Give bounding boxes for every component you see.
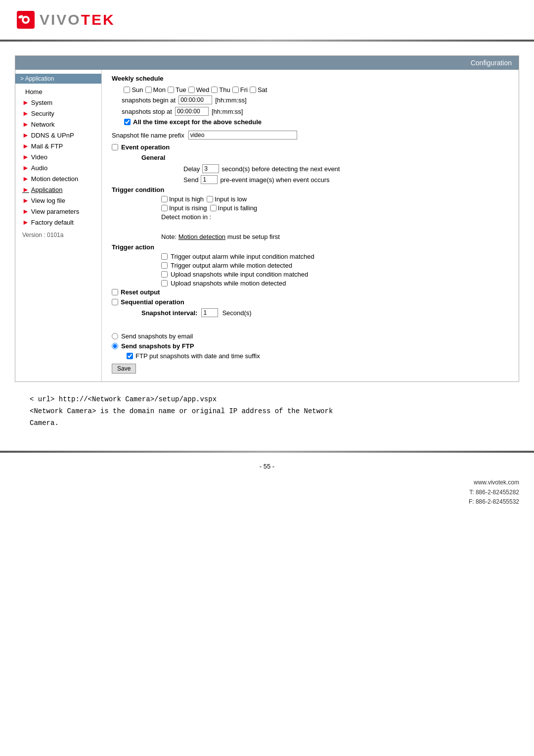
snapshots-stop-input[interactable]: [175, 107, 209, 116]
save-button[interactable]: Save: [112, 364, 136, 374]
snapshots-stop-format: [hh:mm:ss]: [212, 108, 243, 115]
send-email-radio[interactable]: [112, 333, 118, 339]
day-sat-label[interactable]: Sat: [250, 86, 267, 94]
input-falling-label[interactable]: Input is falling: [210, 204, 258, 212]
sidebar-label-motion: Motion detection: [31, 175, 78, 183]
sidebar-item-system[interactable]: ► System: [15, 97, 101, 108]
ftp-date-label: FTP put snapshots with date and time suf…: [135, 352, 260, 360]
day-sun-label[interactable]: Sun: [124, 86, 143, 94]
sidebar-version: Version : 0101a: [15, 228, 101, 242]
input-low-checkbox[interactable]: [207, 196, 213, 202]
reset-output-checkbox[interactable]: [112, 289, 118, 295]
sidebar-item-viewlog[interactable]: ► View log file: [15, 195, 101, 206]
upload-snap-input-checkbox[interactable]: [161, 271, 168, 278]
snapshot-prefix-input[interactable]: [188, 131, 297, 140]
bullet-audio: ►: [22, 164, 29, 172]
sidebar-item-video[interactable]: ► Video: [15, 151, 101, 162]
upload-snap-motion-text: Upload snapshots while motion detected: [171, 280, 286, 287]
input-high-label[interactable]: Input is high: [161, 195, 204, 203]
note-row: Note: Motion detection must be setup fir…: [161, 233, 509, 240]
day-tue-label[interactable]: Tue: [168, 86, 186, 94]
day-sat-checkbox[interactable]: [250, 87, 256, 93]
input-rising-label[interactable]: Input is rising: [161, 204, 207, 212]
sidebar-item-ddns[interactable]: ► DDNS & UPnP: [15, 130, 101, 141]
config-panel: Configuration > Application Home ► Syste…: [15, 55, 519, 382]
upload-snap-motion-checkbox[interactable]: [161, 280, 168, 286]
phone: T: 886-2-82455282: [0, 488, 519, 497]
trigger-action-row-2: Trigger output alarm while motion detect…: [161, 262, 509, 269]
trigger-alarm-input-text: Trigger output alarm while input conditi…: [171, 253, 314, 260]
description-line2: Camera.: [30, 418, 504, 429]
trigger-action-section: Trigger action: [112, 243, 509, 251]
event-op-row: Event operation: [112, 143, 509, 151]
day-thu-checkbox[interactable]: [211, 87, 218, 93]
day-mon-checkbox[interactable]: [145, 87, 152, 93]
header-divider: [0, 40, 534, 42]
snapshot-interval-input[interactable]: [201, 308, 218, 317]
snapshots-begin-input[interactable]: [178, 95, 212, 104]
content-area: Weekly schedule Sun Mon: [102, 70, 519, 381]
trigger-row-2: Input is rising Input is falling: [161, 204, 509, 212]
main-container: Configuration > Application Home ► Syste…: [0, 46, 534, 439]
vivotek-logo-icon: [15, 9, 37, 31]
config-header: Configuration: [15, 56, 519, 70]
trigger-condition-section: Trigger condition: [112, 186, 509, 193]
snapshots-begin-row: snapshots begin at [hh:mm:ss]: [112, 95, 509, 104]
fax: F: 886-2-82455532: [0, 497, 519, 507]
input-low-label[interactable]: Input is low: [207, 195, 247, 203]
send-ftp-radio[interactable]: [112, 343, 118, 349]
snapshot-interval-label: Snapshot interval:: [141, 309, 197, 317]
sidebar: > Application Home ► System ► Security ►…: [15, 70, 102, 381]
input-high-checkbox[interactable]: [161, 196, 168, 202]
sidebar-item-audio[interactable]: ► Audio: [15, 162, 101, 173]
general-label: General: [141, 154, 509, 161]
input-rising-checkbox[interactable]: [161, 205, 168, 211]
motion-detection-link[interactable]: Motion detection: [178, 233, 225, 240]
sidebar-label-video: Video: [31, 153, 47, 161]
logo: VIVOTEK: [15, 9, 519, 31]
trigger-alarm-input-checkbox[interactable]: [161, 253, 168, 260]
trigger-alarm-motion-checkbox[interactable]: [161, 262, 168, 269]
sidebar-label-mail: Mail & FTP: [31, 142, 63, 150]
event-op-label: Event operation: [121, 143, 170, 151]
sidebar-item-security[interactable]: ► Security: [15, 108, 101, 119]
bullet-viewparams: ►: [22, 207, 29, 215]
sidebar-item-application[interactable]: ► Application: [15, 184, 101, 195]
weekly-schedule: Sun Mon Tue Wed: [112, 86, 509, 126]
sequential-op-checkbox[interactable]: [112, 299, 118, 305]
bullet-video: ►: [22, 153, 29, 161]
sidebar-item-motion[interactable]: ► Motion detection: [15, 173, 101, 184]
day-fri-text: Fri: [240, 86, 248, 94]
trigger-row-1: Input is high Input is low: [161, 195, 509, 203]
note-suffix: must be setup first: [227, 233, 280, 240]
day-tue-checkbox[interactable]: [168, 87, 174, 93]
day-mon-label[interactable]: Mon: [145, 86, 166, 94]
day-thu-label[interactable]: Thu: [211, 86, 230, 94]
config-title: Configuration: [471, 59, 512, 67]
sidebar-item-viewparams[interactable]: ► View parameters: [15, 206, 101, 217]
logo-viv: VIVO: [40, 11, 81, 28]
send-row: Send pre-event image(s) when event occur…: [161, 175, 509, 184]
ftp-date-checkbox[interactable]: [127, 353, 133, 359]
sidebar-item-network[interactable]: ► Network: [15, 119, 101, 130]
day-wed-label[interactable]: Wed: [188, 86, 210, 94]
delay-suffix: second(s) before detecting the next even…: [222, 165, 340, 173]
bullet-motion: ►: [22, 175, 29, 183]
sidebar-label-network: Network: [31, 121, 55, 128]
sidebar-item-mail[interactable]: ► Mail & FTP: [15, 141, 101, 151]
sidebar-item-home[interactable]: Home: [15, 87, 101, 97]
send-input[interactable]: [201, 175, 218, 184]
day-wed-checkbox[interactable]: [188, 87, 195, 93]
delay-input[interactable]: [202, 164, 219, 173]
day-fri-checkbox[interactable]: [232, 87, 239, 93]
trigger-action-row-1: Trigger output alarm while input conditi…: [161, 253, 509, 260]
day-sun-checkbox[interactable]: [124, 87, 130, 93]
svg-point-2: [24, 18, 28, 22]
day-fri-label[interactable]: Fri: [232, 86, 248, 94]
all-time-checkbox[interactable]: [124, 119, 131, 125]
snapshot-interval-suffix: Second(s): [222, 309, 251, 317]
event-op-checkbox[interactable]: [112, 144, 118, 150]
snapshot-interval-row: Snapshot interval: Second(s): [141, 308, 509, 317]
sidebar-item-factory[interactable]: ► Factory default: [15, 217, 101, 228]
input-falling-checkbox[interactable]: [210, 205, 217, 211]
